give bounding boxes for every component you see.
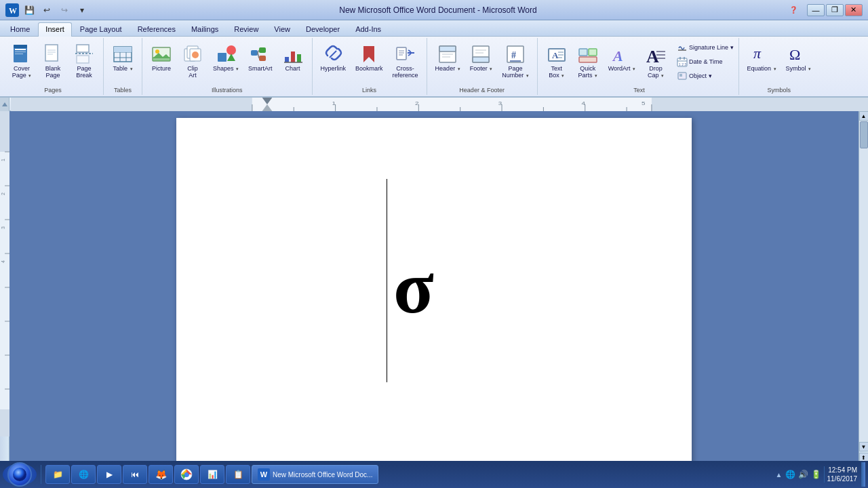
- pages-group-items: CoverPage ▾ BlankPage PageBreak: [7, 39, 99, 85]
- restore-button[interactable]: ❐: [826, 4, 844, 16]
- svg-rect-63: [579, 57, 597, 62]
- svg-rect-13: [77, 56, 89, 63]
- svg-text:W: W: [9, 6, 17, 16]
- ribbon-group-links: Hyperlink Bookmark Cross-reference Links: [313, 38, 427, 95]
- bookmark-button[interactable]: Bookmark: [351, 41, 387, 75]
- minimize-button[interactable]: —: [807, 4, 825, 16]
- tray-battery-icon[interactable]: 🔋: [811, 470, 821, 479]
- taskbar-ie[interactable]: 🌐: [71, 465, 96, 484]
- blank-page-button[interactable]: BlankPage: [38, 41, 68, 82]
- clip-art-button[interactable]: ClipArt: [178, 41, 208, 82]
- svg-rect-37: [297, 54, 301, 62]
- tab-insert[interactable]: Insert: [38, 22, 72, 37]
- scroll-track[interactable]: [859, 121, 868, 442]
- taskbar-app2[interactable]: 📋: [226, 465, 250, 484]
- taskbar-sep-1: [41, 465, 41, 484]
- taskbar: 📁 🌐 ▶ ⏮ 🦊 📊 📋 W New Microsoft Office Wor…: [0, 461, 868, 488]
- svg-text:A: A: [552, 50, 559, 60]
- svg-rect-31: [259, 47, 266, 53]
- drop-cap-button[interactable]: A DropCap ▾: [641, 41, 671, 82]
- wordart-button[interactable]: A WordArt ▾: [604, 41, 639, 75]
- header-button[interactable]: Header ▾: [431, 41, 465, 75]
- table-label: Table ▾: [113, 66, 132, 73]
- smartart-icon: [250, 43, 271, 65]
- svg-text:4: 4: [1, 260, 5, 263]
- svg-rect-82: [652, 98, 868, 111]
- signature-line-button[interactable]: Signature Line ▾: [673, 41, 737, 54]
- tray-show-hidden[interactable]: ▲: [776, 471, 783, 479]
- text-small-buttons: Signature Line ▾ 1 2 3 Date & Time Objec…: [672, 41, 737, 83]
- svg-text:4: 4: [582, 100, 585, 106]
- svg-rect-3: [15, 49, 26, 50]
- start-button[interactable]: [3, 464, 37, 485]
- equation-button[interactable]: π Equation ▾: [743, 41, 781, 75]
- object-button[interactable]: Object ▾: [673, 69, 737, 83]
- page-break-button[interactable]: PageBreak: [69, 41, 99, 82]
- system-tray: ▲ 🌐 🔊 🔋 12:54 PM 11/6/2017: [776, 462, 865, 487]
- scroll-down-button[interactable]: ▼: [859, 442, 869, 451]
- text-box-button[interactable]: A TextBox ▾: [542, 41, 572, 82]
- smartart-button[interactable]: SmartArt: [244, 41, 277, 75]
- picture-icon: [151, 43, 172, 65]
- tab-review[interactable]: Review: [226, 22, 266, 36]
- tab-developer[interactable]: Developer: [298, 22, 347, 36]
- svg-text:2: 2: [1, 192, 5, 195]
- header-label: Header ▾: [435, 66, 460, 73]
- help-button[interactable]: ❓: [787, 3, 800, 17]
- page-container: σ: [9, 111, 859, 472]
- footer-button[interactable]: Footer ▾: [466, 41, 497, 75]
- redo-qat-button[interactable]: ↪: [57, 3, 72, 17]
- hyperlink-button[interactable]: Hyperlink: [317, 41, 351, 75]
- text-small-items: Signature Line ▾ 1 2 3 Date & Time Objec…: [673, 41, 737, 83]
- svg-rect-46: [439, 46, 456, 52]
- taskbar-media[interactable]: ▶: [97, 465, 121, 484]
- picture-button[interactable]: Picture: [146, 41, 176, 75]
- text-box-label: TextBox ▾: [549, 66, 564, 79]
- tab-home[interactable]: Home: [3, 22, 37, 36]
- chart-button[interactable]: Chart: [278, 41, 308, 75]
- symbol-button[interactable]: Ω Symbol ▾: [782, 41, 816, 75]
- tray-volume-icon[interactable]: 🔊: [798, 470, 808, 479]
- taskbar-powerpoint[interactable]: 📊: [200, 465, 224, 484]
- svg-point-26: [192, 52, 199, 58]
- scroll-up-button[interactable]: ▲: [859, 111, 869, 121]
- vertical-scrollbar[interactable]: ▲ ▼ ⬆ ⬇: [859, 111, 868, 472]
- svg-text:1 2 3: 1 2 3: [679, 62, 686, 66]
- bookmark-label: Bookmark: [355, 66, 383, 73]
- tab-mailings[interactable]: Mailings: [184, 22, 226, 36]
- tab-add-ins[interactable]: Add-Ins: [348, 22, 389, 36]
- ribbon-group-tables: Table ▾ Tables: [104, 38, 142, 95]
- quick-parts-button[interactable]: QuickParts ▾: [573, 41, 603, 82]
- wordart-label: WordArt ▾: [608, 66, 635, 73]
- tab-page-layout[interactable]: Page Layout: [73, 22, 130, 36]
- text-group-label: Text: [542, 85, 737, 95]
- cover-page-button[interactable]: CoverPage ▾: [7, 41, 37, 82]
- save-qat-button[interactable]: 💾: [22, 3, 37, 17]
- blank-page-icon: [42, 43, 64, 65]
- shapes-label: Shapes ▾: [213, 66, 239, 73]
- close-button[interactable]: ✕: [845, 4, 863, 16]
- system-clock[interactable]: 12:54 PM 11/6/2017: [827, 466, 858, 483]
- svg-text:A: A: [646, 47, 659, 65]
- shapes-button[interactable]: Shapes ▾: [209, 41, 243, 75]
- taskbar-explorer[interactable]: 📁: [45, 465, 70, 484]
- tray-network-icon[interactable]: 🌐: [785, 470, 795, 479]
- table-button[interactable]: Table ▾: [108, 41, 138, 75]
- date-time-button[interactable]: 1 2 3 Date & Time: [673, 55, 737, 68]
- tab-references[interactable]: References: [130, 22, 183, 36]
- svg-rect-76: [679, 74, 682, 77]
- header-footer-group-items: Header ▾ Footer ▾ # PageNumber ▾: [431, 39, 533, 85]
- scroll-thumb[interactable]: [860, 121, 868, 148]
- page-number-button[interactable]: # PageNumber ▾: [498, 41, 533, 82]
- qat-more-button[interactable]: ▾: [75, 3, 90, 17]
- tab-view[interactable]: View: [267, 22, 298, 36]
- document-page[interactable]: σ: [176, 118, 692, 465]
- undo-qat-button[interactable]: ↩: [39, 3, 54, 17]
- taskbar-word[interactable]: W New Microsoft Office Word Doc...: [252, 465, 378, 484]
- ie-icon: 🌐: [77, 468, 90, 481]
- taskbar-firefox[interactable]: 🦊: [149, 465, 173, 484]
- taskbar-chrome[interactable]: [174, 465, 199, 484]
- taskbar-wmp[interactable]: ⏮: [123, 465, 147, 484]
- svg-rect-5: [15, 54, 23, 54]
- cross-reference-button[interactable]: Cross-reference: [389, 41, 422, 82]
